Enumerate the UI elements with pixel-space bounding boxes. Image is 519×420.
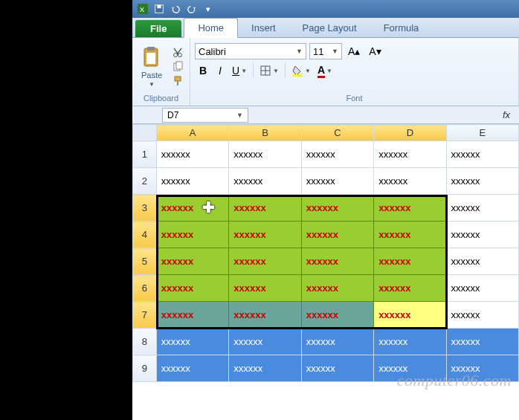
select-all-corner[interactable] <box>133 125 157 141</box>
separator <box>285 62 286 77</box>
cell[interactable]: xxxxxx <box>446 222 518 248</box>
cell[interactable]: xxxxxx <box>229 222 301 248</box>
row-header-2[interactable]: 2 <box>133 168 157 195</box>
clipboard-group-label: Clipboard <box>137 93 185 103</box>
cell[interactable]: xxxxxx <box>374 195 446 222</box>
underline-icon: U <box>232 65 239 77</box>
row-header-6[interactable]: 6 <box>133 275 157 302</box>
cell[interactable]: xxxxxx <box>301 141 373 168</box>
format-painter-button[interactable] <box>170 74 185 88</box>
qat-dropdown-icon[interactable]: ▾ <box>201 2 216 16</box>
column-header-D[interactable]: D <box>374 125 446 141</box>
tab-page-layout[interactable]: Page Layout <box>289 19 370 37</box>
cell[interactable]: xxxxxx <box>229 275 301 302</box>
row-header-8[interactable]: 8 <box>133 329 157 355</box>
cell[interactable]: xxxxxx <box>446 329 518 355</box>
cell[interactable]: xxxxxx <box>301 195 373 222</box>
cell[interactable]: xxxxxx <box>446 141 518 168</box>
quick-access-toolbar: X ▾ <box>132 0 519 18</box>
cell[interactable]: xxxxxx <box>446 275 518 302</box>
cell[interactable]: xxxxxx <box>229 248 301 275</box>
cell[interactable]: xxxxxx <box>229 355 301 382</box>
copy-icon <box>172 61 184 73</box>
cell[interactable]: xxxxxx <box>446 195 518 222</box>
paste-button[interactable]: Paste ▼ <box>137 44 167 89</box>
column-header-E[interactable]: E <box>446 125 518 141</box>
underline-button[interactable]: U▼ <box>229 62 250 79</box>
decrease-font-icon: A▾ <box>369 45 381 57</box>
cell-active[interactable]: xxxxxx <box>374 302 446 329</box>
cell[interactable]: xxxxxx <box>301 302 373 329</box>
cell[interactable]: xxxxxx <box>156 168 228 195</box>
scissors-icon <box>172 47 184 59</box>
cell[interactable]: xxxxxx <box>374 329 446 355</box>
cell[interactable]: xxxxxx <box>301 168 373 195</box>
cell[interactable]: xxxxxx <box>446 168 518 195</box>
separator <box>253 62 254 77</box>
name-box[interactable]: D7 ▼ <box>162 108 248 123</box>
italic-button[interactable]: I <box>212 62 228 79</box>
column-header-C[interactable]: C <box>301 125 373 141</box>
decrease-font-button[interactable]: A▾ <box>366 43 384 59</box>
cell[interactable]: xxxxxx <box>156 222 228 248</box>
cell[interactable]: xxxxxx <box>229 141 301 168</box>
cell[interactable]: xxxxxx <box>374 355 446 382</box>
tab-insert[interactable]: Insert <box>238 19 289 37</box>
row-header-3[interactable]: 3 <box>133 195 157 222</box>
cell[interactable]: xxxxxx <box>374 248 446 275</box>
cell[interactable]: xxxxxx <box>229 302 301 329</box>
cell[interactable]: xxxxxx <box>229 195 301 222</box>
cell[interactable]: xxxxxx <box>156 275 228 302</box>
row-header-1[interactable]: 1 <box>133 141 157 168</box>
tab-file[interactable]: File <box>135 20 181 37</box>
cell[interactable]: xxxxxx <box>446 248 518 275</box>
row-header-5[interactable]: 5 <box>133 248 157 275</box>
cell[interactable]: xxxxxx <box>446 302 518 329</box>
cell[interactable]: xxxxxx <box>301 329 373 355</box>
cut-button[interactable] <box>170 46 185 59</box>
excel-window: X ▾ File Home Insert Page Layout Formula… <box>132 0 519 420</box>
copy-button[interactable] <box>170 60 185 74</box>
increase-font-button[interactable]: A▴ <box>345 43 363 59</box>
column-header-A[interactable]: A <box>156 125 228 141</box>
cell[interactable]: xxxxxx <box>374 222 446 248</box>
cell[interactable]: xxxxxx <box>156 141 228 168</box>
cell[interactable]: xxxxxx <box>301 355 373 382</box>
cell[interactable]: xxxxxx <box>156 195 228 222</box>
cell[interactable]: xxxxxx <box>301 222 373 248</box>
row-header-9[interactable]: 9 <box>133 355 157 382</box>
column-header-B[interactable]: B <box>229 125 301 141</box>
cell[interactable]: xxxxxx <box>156 355 228 382</box>
spreadsheet-grid[interactable]: A B C D E 1 xxxxxx xxxxxx xxxxxx xxxxxx … <box>132 124 519 382</box>
cell[interactable]: xxxxxx <box>229 168 301 195</box>
font-size-value: 11 <box>313 46 323 57</box>
italic-icon: I <box>219 65 222 77</box>
cell[interactable]: xxxxxx <box>374 141 446 168</box>
cell[interactable]: xxxxxx <box>301 248 373 275</box>
font-color-button[interactable]: A▼ <box>315 62 335 79</box>
borders-button[interactable]: ▼ <box>257 62 282 79</box>
cell[interactable]: xxxxxx <box>301 275 373 302</box>
redo-icon[interactable] <box>184 2 199 16</box>
row-header-4[interactable]: 4 <box>133 222 157 248</box>
cell[interactable]: xxxxxx <box>374 275 446 302</box>
cell[interactable]: xxxxxx <box>229 329 301 355</box>
tab-formulas[interactable]: Formula <box>370 19 433 37</box>
cell[interactable]: xxxxxx <box>156 302 228 329</box>
formula-bar: D7 ▼ fx <box>132 106 519 124</box>
fill-color-button[interactable]: ▼ <box>288 62 314 79</box>
font-name-combo[interactable]: Calibri ▼ <box>195 43 306 59</box>
save-icon[interactable] <box>152 2 167 16</box>
cell[interactable]: xxxxxx <box>156 329 228 355</box>
undo-icon[interactable] <box>168 2 183 16</box>
bold-button[interactable]: B <box>195 62 211 79</box>
excel-icon[interactable]: X <box>135 2 150 16</box>
tab-home[interactable]: Home <box>184 18 238 38</box>
svg-rect-11 <box>175 77 181 81</box>
cell[interactable]: xxxxxx <box>446 355 518 382</box>
row-header-7[interactable]: 7 <box>133 302 157 329</box>
cell[interactable]: xxxxxx <box>374 168 446 195</box>
fx-label[interactable]: fx <box>498 109 515 120</box>
cell[interactable]: xxxxxx <box>156 248 228 275</box>
font-size-combo[interactable]: 11 ▼ <box>309 43 342 59</box>
